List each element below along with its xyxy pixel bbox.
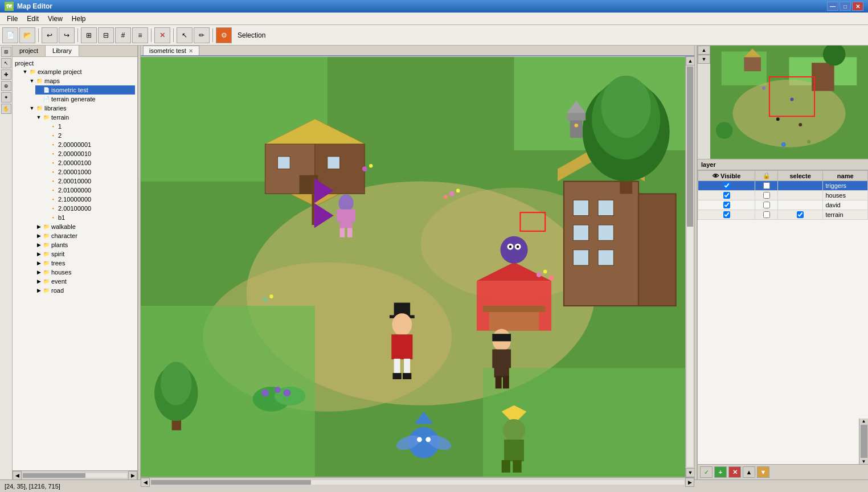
david-visible-checkbox[interactable] [723, 202, 730, 208]
tree-t1[interactable]: ▪ 1 [42, 122, 135, 131]
tree-t2[interactable]: ▪ 2 [42, 131, 135, 140]
menu-file[interactable]: File [2, 14, 22, 24]
map-scrollbar-h[interactable]: ◀ ▶ [141, 477, 694, 486]
grid-button[interactable]: ⊞ [81, 27, 97, 43]
tab-library[interactable]: Library [46, 46, 79, 56]
grid2-button[interactable]: ⊟ [98, 27, 114, 43]
map-scroll-right-btn[interactable]: ▶ [685, 478, 694, 487]
scroll-up-btn[interactable]: ▲ [686, 56, 695, 65]
map-scrollbar-v[interactable]: ▲ ▼ [685, 56, 694, 477]
add-layer-btn[interactable]: + [714, 466, 727, 478]
scroll-left-btn[interactable]: ◀ [13, 471, 22, 480]
tree-t200000010[interactable]: ▪ 2.00000010 [42, 149, 135, 158]
tree-maps[interactable]: ▼ 📁 maps [28, 76, 135, 85]
layer-row-triggers[interactable]: triggers [698, 181, 868, 191]
terrain-select-checkbox[interactable] [797, 211, 804, 218]
undo-button[interactable]: ↩ [42, 27, 58, 43]
delete-layer-btn[interactable]: ✕ [728, 466, 741, 478]
tree-isometric-test[interactable]: 📄 isometric test [35, 85, 135, 95]
svg-rect-57 [492, 350, 497, 368]
layers-button[interactable]: ≡ [132, 27, 148, 43]
tree-t201000000[interactable]: ▪ 2.01000000 [42, 186, 135, 195]
tree-libraries[interactable]: ▼ 📁 libraries [28, 104, 135, 113]
houses-name: houses [823, 191, 868, 200]
arrow-tool-button[interactable]: ↖ [177, 27, 193, 43]
tab-close-icon[interactable]: ✕ [189, 48, 193, 54]
tree-t200100000[interactable]: ▪ 2.00100000 [42, 204, 135, 213]
tree-spirit[interactable]: ▶ 📁 spirit [35, 249, 135, 259]
svg-point-105 [790, 98, 793, 101]
tab-project[interactable]: project [13, 46, 46, 56]
map-tab[interactable]: isometric test ✕ [143, 46, 199, 55]
minimize-button[interactable]: — [827, 2, 838, 11]
minimap-nav-up[interactable]: ▲ [698, 46, 710, 55]
tree-t210000000[interactable]: ▪ 2.10000000 [42, 195, 135, 204]
david-lock-checkbox[interactable] [763, 202, 770, 208]
right-vscroll[interactable]: ▲ ▼ [859, 419, 868, 464]
houses-lock-checkbox[interactable] [763, 192, 770, 199]
layer-row-david[interactable]: david [698, 200, 868, 210]
close-x-button[interactable]: ✕ [154, 27, 170, 43]
triggers-visible-checkbox[interactable] [723, 182, 730, 189]
menu-view[interactable]: View [43, 14, 67, 24]
map-scroll-thumb-h[interactable] [151, 480, 311, 485]
maximize-button[interactable]: □ [840, 2, 851, 11]
tree-walkable[interactable]: ▶ 📁 walkable [35, 222, 135, 231]
houses-visible-checkbox[interactable] [723, 192, 730, 199]
tree-houses[interactable]: ▶ 📁 houses [35, 268, 135, 277]
layer-row-houses[interactable]: houses [698, 191, 868, 200]
triggers-lock-checkbox[interactable] [763, 182, 770, 189]
tree-terrain[interactable]: ▼ 📁 terrain [35, 113, 135, 122]
left-tool-6[interactable]: ✋ [1, 104, 11, 114]
pencil-tool-button[interactable]: ✏ [194, 27, 210, 43]
tree-character[interactable]: ▶ 📁 character [35, 231, 135, 240]
move-up-btn[interactable]: ▲ [743, 466, 755, 478]
redo-button[interactable]: ↪ [59, 27, 75, 43]
map-area[interactable] [141, 56, 685, 477]
tree-t200000100[interactable]: ▪ 2.00000100 [42, 158, 135, 167]
tree-example-project[interactable]: ▼ 📁 example project [22, 67, 135, 76]
right-scroll-up[interactable]: ▲ [862, 419, 866, 424]
map-scroll-left-btn[interactable]: ◀ [141, 478, 150, 487]
left-panel-scrollbar-h[interactable]: ◀ ▶ [13, 470, 137, 479]
right-scroll-down[interactable]: ▼ [862, 459, 866, 464]
left-tool-1[interactable]: ⊞ [1, 47, 11, 57]
scroll-thumb-v[interactable] [687, 67, 693, 227]
close-button[interactable]: ✕ [852, 2, 863, 11]
tree-t200001000[interactable]: ▪ 2.00001000 [42, 167, 135, 177]
left-tool-5[interactable]: ✦ [1, 92, 11, 102]
panel-content: project ▼ 📁 example project ▼ 📁 maps [13, 57, 137, 470]
open-button[interactable]: 📂 [19, 27, 35, 43]
hash-button[interactable]: # [115, 27, 131, 43]
menu-edit[interactable]: Edit [22, 14, 43, 24]
scroll-thumb-h[interactable] [23, 473, 85, 478]
tree-t200000001[interactable]: ▪ 2.00000001 [42, 140, 135, 149]
scroll-down-btn[interactable]: ▼ [686, 468, 695, 477]
spirit-folder-icon: 📁 [42, 250, 50, 258]
check-btn[interactable]: ✓ [700, 466, 713, 478]
move-down-btn[interactable]: ▼ [757, 466, 769, 478]
tree-tb1[interactable]: ▪ b1 [42, 213, 135, 222]
terrain-lock-checkbox[interactable] [763, 211, 770, 218]
tree-road[interactable]: ▶ 📁 road [35, 286, 135, 295]
minimap-nav-down[interactable]: ▼ [698, 55, 710, 64]
left-tool-4[interactable]: ⊕ [1, 81, 11, 91]
layer-row-terrain[interactable]: terrain [698, 210, 868, 220]
tree-event[interactable]: ▶ 📁 event [35, 277, 135, 286]
tree-t200010000[interactable]: ▪ 2.00010000 [42, 177, 135, 186]
left-tool-2[interactable]: ↖ [1, 58, 11, 68]
tree-trees[interactable]: ▶ 📁 trees [35, 259, 135, 268]
tree-plants[interactable]: ▶ 📁 plants [35, 240, 135, 249]
event-folder-icon: 📁 [42, 277, 50, 285]
minimap[interactable] [710, 46, 868, 159]
terrain-visible-checkbox[interactable] [723, 211, 730, 218]
left-tool-3[interactable]: ✚ [1, 69, 11, 80]
star-tool-button[interactable]: ⚙ [216, 27, 232, 43]
menu-help[interactable]: Help [67, 14, 91, 24]
new-button[interactable]: 📄 [2, 27, 18, 43]
svg-rect-91 [570, 119, 583, 138]
road-folder-icon: 📁 [42, 286, 50, 294]
scroll-right-btn[interactable]: ▶ [128, 471, 137, 480]
right-scroll-thumb[interactable] [861, 425, 867, 458]
tree-terrain-generate[interactable]: 📄 terrain generate [35, 95, 135, 104]
